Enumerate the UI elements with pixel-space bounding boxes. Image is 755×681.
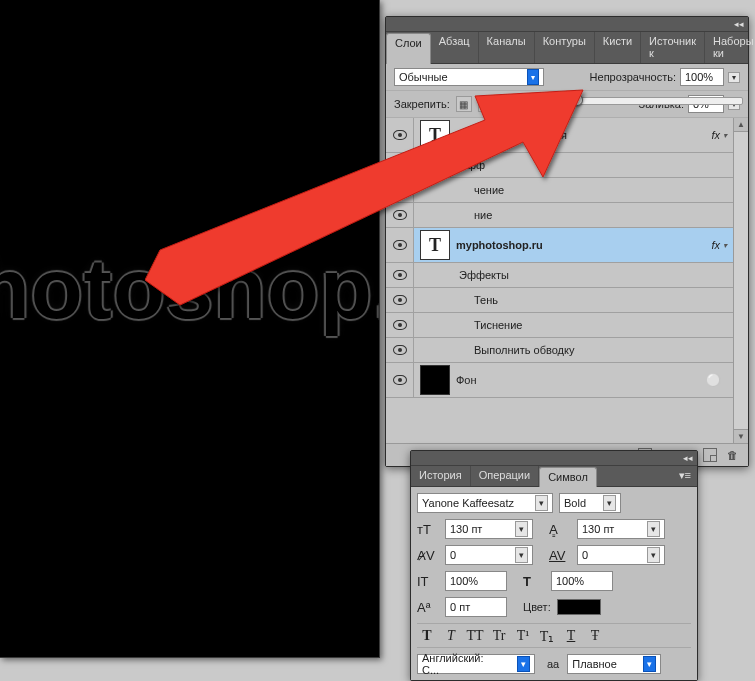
font-size-input[interactable]: 130 пт ▾: [445, 519, 533, 539]
collapse-icon[interactable]: ◂◂: [683, 453, 693, 463]
panel-tabs: Слои Абзац Каналы Контуры Кисти Источник…: [386, 32, 748, 64]
effect-name: Тень: [474, 294, 498, 306]
vertical-scrollbar[interactable]: ▲ ▼: [733, 118, 748, 443]
chevron-down-icon: ▾: [535, 495, 548, 511]
style-bold[interactable]: T: [417, 628, 437, 645]
hscale-input[interactable]: 100%: [551, 571, 613, 591]
chevron-down-icon: ▾: [643, 656, 656, 672]
canvas[interactable]: myphotoshop.ru: [0, 0, 380, 658]
lock-transparency-icon[interactable]: ▦: [456, 96, 472, 112]
hscale-value: 100%: [556, 575, 584, 587]
tab-clone-source[interactable]: Источник к: [641, 32, 705, 63]
collapse-icon[interactable]: ◂◂: [734, 19, 744, 29]
new-layer-icon[interactable]: [703, 448, 717, 462]
effects-row[interactable]: Эфф: [386, 153, 733, 178]
leading-input[interactable]: 130 пт ▾: [577, 519, 665, 539]
scroll-up-icon[interactable]: ▲: [734, 118, 748, 132]
style-strikethrough[interactable]: Ŧ: [585, 628, 605, 645]
vscale-input[interactable]: 100%: [445, 571, 507, 591]
visibility-icon[interactable]: [393, 160, 407, 170]
kerning-input[interactable]: 0 ▾: [445, 545, 533, 565]
visibility-icon[interactable]: [393, 345, 407, 355]
style-smallcaps[interactable]: Tr: [489, 628, 509, 645]
visibility-icon[interactable]: [393, 130, 407, 140]
tab-channels[interactable]: Каналы: [479, 32, 535, 63]
panel-tabs: История Операции Символ ▾≡: [411, 466, 697, 487]
effect-item[interactable]: чение: [386, 178, 733, 203]
style-superscript[interactable]: T¹: [513, 628, 533, 645]
chevron-down-icon: ▾: [515, 547, 528, 563]
blend-mode-value: Обычные: [399, 69, 448, 85]
chevron-down-icon: ▾: [517, 656, 530, 672]
layer-thumbnail[interactable]: T: [420, 230, 450, 260]
chevron-down-icon[interactable]: ▾: [723, 131, 727, 140]
tab-brushes[interactable]: Кисти: [595, 32, 641, 63]
tab-brush-presets[interactable]: Наборы ки: [705, 32, 755, 63]
panel-drag-bar[interactable]: ◂◂: [386, 17, 748, 32]
effect-item[interactable]: Тиснение: [386, 313, 733, 338]
tab-paragraph[interactable]: Абзац: [431, 32, 479, 63]
visibility-icon[interactable]: [393, 185, 407, 195]
style-underline[interactable]: T: [561, 628, 581, 645]
hscale-icon: T: [523, 574, 545, 589]
fill-slider[interactable]: [575, 97, 743, 105]
panel-drag-bar[interactable]: ◂◂: [411, 451, 697, 466]
fx-label: fx: [711, 129, 720, 141]
visibility-icon[interactable]: [393, 240, 407, 250]
color-swatch[interactable]: [557, 599, 601, 615]
blend-mode-select[interactable]: Обычные ▾: [394, 68, 544, 86]
effect-item[interactable]: ние: [386, 203, 733, 228]
character-panel: ◂◂ История Операции Символ ▾≡ Yanone Kaf…: [410, 450, 698, 681]
font-family-select[interactable]: Yanone Kaffeesatz ▾: [417, 493, 553, 513]
font-style-select[interactable]: Bold ▾: [559, 493, 621, 513]
effect-item[interactable]: Выполнить обводку: [386, 338, 733, 363]
layer-row[interactable]: Фон ⚪: [386, 363, 733, 398]
effect-name: чение: [474, 184, 504, 196]
opacity-label: Непрозрачность:: [590, 71, 676, 83]
visibility-icon[interactable]: [393, 295, 407, 305]
panel-menu-icon[interactable]: ▾≡: [673, 466, 697, 486]
layer-name[interactable]: Фон: [456, 374, 477, 386]
language-select[interactable]: Английский: С... ▾: [417, 654, 535, 674]
baseline-icon: Aª: [417, 600, 439, 615]
style-italic[interactable]: T: [441, 628, 461, 645]
visibility-icon[interactable]: [393, 320, 407, 330]
tab-history[interactable]: История: [411, 466, 471, 486]
style-subscript[interactable]: T₁: [537, 628, 557, 645]
layer-row[interactable]: T myphotoshop.ru копия fx▾: [386, 118, 733, 153]
tab-layers[interactable]: Слои: [386, 33, 431, 64]
lock-all-icon[interactable]: 🔒: [522, 96, 538, 112]
scroll-down-icon[interactable]: ▼: [734, 429, 748, 443]
layers-panel: ◂◂ Слои Абзац Каналы Контуры Кисти Источ…: [385, 16, 749, 467]
fill-slider-thumb[interactable]: [571, 94, 583, 106]
chevron-down-icon: ▾: [603, 495, 616, 511]
lock-pixels-icon[interactable]: ✎: [478, 96, 494, 112]
tab-actions[interactable]: Операции: [471, 466, 539, 486]
leading-value: 130 пт: [582, 523, 614, 535]
visibility-icon[interactable]: [393, 270, 407, 280]
chevron-down-icon[interactable]: ▾: [728, 72, 740, 83]
visibility-icon[interactable]: [393, 210, 407, 220]
antialias-select[interactable]: Плавное ▾: [567, 654, 661, 674]
tracking-input[interactable]: 0 ▾: [577, 545, 665, 565]
effects-row[interactable]: Эффекты: [386, 263, 733, 288]
layer-row[interactable]: T myphotoshop.ru fx▾: [386, 228, 733, 263]
tracking-value: 0: [582, 549, 588, 561]
baseline-input[interactable]: 0 пт: [445, 597, 507, 617]
layer-thumbnail[interactable]: [420, 365, 450, 395]
layer-name[interactable]: myphotoshop.ru: [456, 239, 543, 251]
layer-thumbnail[interactable]: T: [420, 120, 450, 150]
tab-paths[interactable]: Контуры: [535, 32, 595, 63]
vscale-icon: IT: [417, 574, 439, 589]
layer-name[interactable]: myphotoshop.ru копия: [456, 129, 567, 141]
lock-position-icon[interactable]: ✥: [500, 96, 516, 112]
visibility-icon[interactable]: [393, 375, 407, 385]
tab-character[interactable]: Символ: [539, 467, 597, 487]
font-size-value: 130 пт: [450, 523, 482, 535]
style-allcaps[interactable]: TT: [465, 628, 485, 645]
chevron-down-icon[interactable]: ▾: [723, 241, 727, 250]
effects-label: Эффекты: [459, 269, 509, 281]
delete-layer-icon[interactable]: 🗑: [727, 448, 738, 462]
effect-item[interactable]: Тень: [386, 288, 733, 313]
opacity-input[interactable]: 100%: [680, 68, 724, 86]
